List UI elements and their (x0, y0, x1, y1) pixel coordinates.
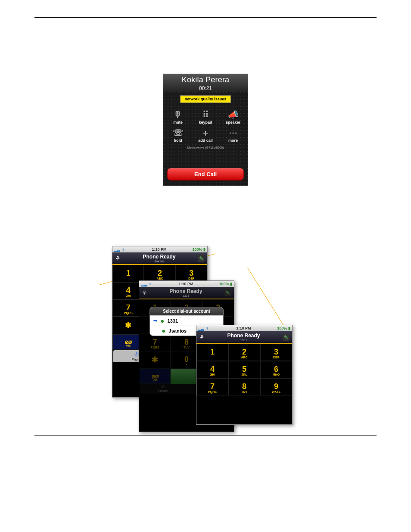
wifi-icon: ᯤ (148, 281, 153, 286)
end-call-button[interactable]: End Call (167, 168, 244, 180)
more-icon: ⋯ (224, 127, 243, 138)
mute-label: mute (173, 120, 183, 124)
app-account: Jsantos (121, 260, 198, 263)
status-battery: 100% (219, 282, 229, 286)
key-9[interactable]: 9WXYZ (260, 378, 292, 395)
dialer-screens-group: ▂▃ ᯤ 1:10 PM 100% ▮ ⚘ Phone Ready Jsanto… (112, 246, 377, 436)
keypad-icon: ⠿ (196, 109, 215, 120)
voicemail-button[interactable]: ⌀⌀VM (139, 369, 171, 384)
status-time: 1:10 PM (152, 247, 166, 252)
tab-phone[interactable]: ✆Phone (139, 384, 187, 394)
key-8[interactable]: 8TUV (228, 378, 260, 395)
app-account: 1331 (147, 294, 224, 297)
key-3[interactable]: 3DEF (260, 344, 292, 361)
arrow-right-icon: ➡ (153, 318, 157, 324)
battery-icon: ▮ (288, 326, 290, 330)
status-bar: ▂▃ ᯤ 1:10 PM 100% ▮ (112, 246, 207, 252)
wifi-icon: ᯤ (121, 247, 126, 252)
mic-off-icon: 🎙 (168, 109, 187, 120)
hold-icon: ☏ (168, 127, 187, 138)
keypad-label: keypad (199, 120, 212, 124)
key-7[interactable]: 7PQRS (196, 378, 228, 395)
edit-icon[interactable]: ✎ (198, 255, 205, 262)
speaker-icon: 📣 (224, 109, 243, 120)
app-title: Phone Ready (169, 288, 202, 294)
status-battery: 100% (192, 247, 202, 252)
status-time: 1:10 PM (236, 326, 251, 330)
dialer-front-screen: ▂▃ ᯤ 1:10 PM 100% ▮ ⚘ Phone Ready 1331 ✎… (196, 325, 293, 425)
battery-icon: ▮ (230, 282, 232, 286)
edit-icon[interactable]: ✎ (224, 289, 231, 296)
account-icon: ☻ (161, 328, 166, 333)
key-2[interactable]: 2ABC (144, 265, 175, 282)
end-call-label: End Call (194, 171, 217, 177)
speaker-button[interactable]: 📣 speaker (224, 109, 243, 124)
account-label: 1331 (168, 318, 178, 324)
codec-status: Media Active (G711u/8000) (167, 146, 244, 149)
presence-icon[interactable]: ⚘ (142, 289, 147, 296)
app-bar: ⚘ Phone Ready Jsantos ✎ (112, 252, 207, 265)
signal-icon: ▂▃ (114, 248, 120, 252)
caller-name: Kokila Perera (163, 75, 248, 84)
key-4[interactable]: 4GHI (196, 361, 228, 378)
call-timer: 00:21 (163, 85, 248, 91)
account-label: Jsantos (169, 328, 187, 333)
status-bar: ▂▃ ᯤ 1:10 PM 100% ▮ (196, 325, 292, 331)
network-warning-banner: network quality issues (180, 95, 231, 103)
signal-icon: ▂▃ (141, 282, 147, 286)
key-2[interactable]: 2ABC (228, 344, 260, 361)
mute-button[interactable]: 🎙 mute (168, 109, 187, 124)
key-star[interactable]: ✱ (139, 351, 171, 369)
keypad: 1 2ABC 3DEF 4GHI 5JKL 6MNO 7PQRS 8TUV 9W… (196, 344, 292, 395)
more-button[interactable]: ⋯ more (224, 127, 243, 143)
hold-label: hold (174, 138, 182, 143)
add-call-label: add call (198, 138, 213, 143)
battery-icon: ▮ (203, 247, 206, 252)
key-1[interactable]: 1 (112, 265, 144, 282)
app-account: 1331 (205, 339, 283, 342)
signal-icon: ▂▃ (198, 327, 204, 331)
app-title: Phone Ready (227, 333, 260, 339)
account-option-1331[interactable]: ➡ ☻ 1331 (150, 315, 223, 326)
key-5[interactable]: 5JKL (228, 361, 260, 378)
app-bar: ⚘ Phone Ready 1331 ✎ (139, 287, 234, 299)
key-3[interactable]: 3DEF (176, 265, 207, 282)
app-bar: ⚘ Phone Ready 1331 ✎ (196, 331, 292, 344)
speaker-label: speaker (226, 120, 240, 124)
edit-icon[interactable]: ✎ (283, 334, 290, 341)
keypad-button[interactable]: ⠿ keypad (196, 109, 215, 124)
status-time: 1:10 PM (178, 282, 193, 286)
status-battery: 100% (277, 326, 287, 330)
presence-icon[interactable]: ⚘ (199, 334, 205, 341)
plus-icon: ＋ (196, 127, 215, 138)
status-bar: ▂▃ ᯤ 1:10 PM 100% ▮ (139, 281, 234, 287)
add-call-button[interactable]: ＋ add call (196, 127, 215, 143)
key-7[interactable]: 7PQRS (139, 334, 171, 351)
phone-icon: ✆ (134, 352, 139, 358)
key-6[interactable]: 6MNO (260, 361, 292, 378)
popup-title: Select dial-out account (150, 307, 223, 315)
account-icon: ☻ (160, 318, 165, 324)
hold-button[interactable]: ☏ hold (168, 127, 187, 143)
phone-icon: ✆ (162, 385, 165, 389)
app-title: Phone Ready (143, 254, 175, 260)
key-1[interactable]: 1 (196, 344, 228, 361)
wifi-icon: ᯤ (206, 326, 210, 331)
presence-icon[interactable]: ⚘ (115, 255, 121, 262)
call-screen: Kokila Perera 00:21 network quality issu… (163, 74, 248, 186)
call-header: Kokila Perera 00:21 (163, 74, 248, 92)
more-label: more (228, 138, 238, 143)
